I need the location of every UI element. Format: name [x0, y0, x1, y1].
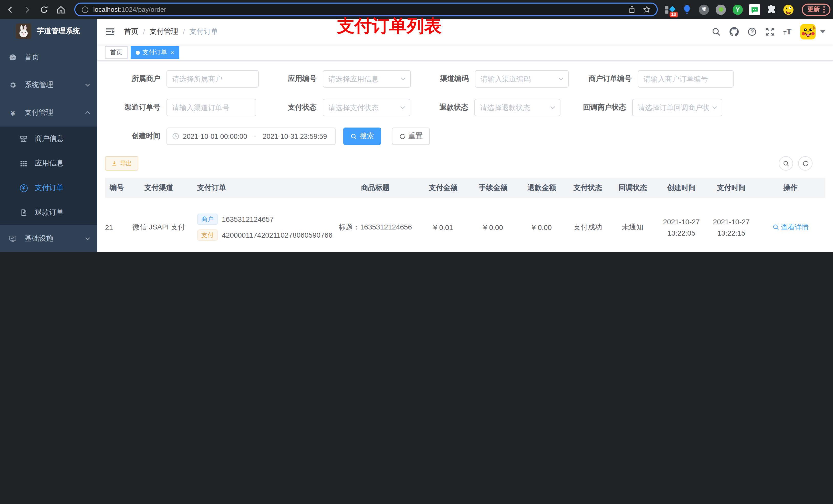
sidebar-item-home[interactable]: 首页: [0, 44, 97, 71]
refund-status-input[interactable]: [480, 103, 555, 112]
pay-status-input[interactable]: [328, 103, 405, 112]
avatar[interactable]: [800, 24, 815, 40]
gear-icon: [9, 81, 17, 89]
bookmark-star-icon[interactable]: [643, 6, 651, 13]
filter-label: 所属商户: [105, 74, 166, 83]
collapse-sidebar-icon[interactable]: [105, 27, 115, 37]
breadcrumb: 首页 / 支付管理 / 支付订单: [124, 27, 218, 37]
chevron-down-icon: [712, 104, 718, 111]
sidebar-item-pay-order[interactable]: ¥ 支付订单: [0, 176, 97, 200]
channel-code-input[interactable]: [480, 75, 563, 83]
reload-icon[interactable]: [40, 5, 49, 14]
merchant-tag: 商户: [197, 214, 218, 225]
content: 所属商户 应用编号 渠道编码 商户订单编号: [97, 61, 833, 252]
app-no-input[interactable]: [328, 75, 405, 83]
sidebar-item-merchant-info[interactable]: 商户信息: [0, 126, 97, 151]
refund-status-select[interactable]: [474, 99, 561, 116]
github-icon[interactable]: [730, 27, 739, 37]
extension-y-icon[interactable]: Y: [732, 4, 743, 15]
export-button[interactable]: 导出: [105, 156, 138, 171]
pay-tag: 支付: [197, 230, 218, 241]
magnifier-icon: [772, 224, 779, 231]
extension-balloon-icon[interactable]: [681, 4, 693, 15]
extension-devtools-icon[interactable]: 10: [664, 4, 676, 15]
merchant-select[interactable]: [166, 70, 259, 88]
extension-badge: 10: [670, 11, 678, 17]
date-separator: -: [254, 133, 256, 140]
sidebar-item-pay[interactable]: ¥ 支付管理: [0, 99, 97, 126]
channel-order-no-field[interactable]: [166, 99, 256, 116]
tags-view-bar: 首页 支付订单 ×: [97, 45, 833, 61]
browser-update-button[interactable]: 更新: [802, 3, 830, 16]
browser-menu-icon[interactable]: [823, 6, 825, 13]
chevron-down-icon: [550, 104, 556, 111]
pay-status: 支付成功: [566, 222, 610, 232]
date-start: 2021-10-01 00:00:00: [183, 133, 247, 140]
app-logo: [16, 24, 31, 39]
filter-label: 渠道编码: [411, 74, 475, 83]
filter-row-1: 所属商户 应用编号 渠道编码 商户订单编号: [105, 70, 825, 88]
refresh-table-button[interactable]: [798, 156, 812, 171]
merchant-order-no-field[interactable]: [638, 70, 734, 88]
sidebar-item-system[interactable]: 系统管理: [0, 71, 97, 99]
share-icon[interactable]: [628, 6, 636, 13]
channel-code-select[interactable]: [475, 70, 569, 88]
callback-status-select[interactable]: [632, 99, 722, 116]
close-tag-icon[interactable]: ×: [171, 49, 174, 56]
filter-row-2: 渠道订单号 支付状态 退款状态 回调商户状态: [105, 99, 825, 116]
search-button[interactable]: 搜索: [343, 127, 381, 145]
help-icon[interactable]: [747, 27, 757, 37]
forward-icon[interactable]: [23, 5, 32, 14]
pay-status-select[interactable]: [323, 99, 410, 116]
sidebar-item-infra[interactable]: 基础设施: [0, 225, 97, 252]
font-size-icon[interactable]: TT: [783, 28, 791, 36]
refresh-icon: [399, 133, 406, 140]
filter-label: 商户订单编号: [569, 74, 638, 83]
sidebar: 芋道管理系统 首页 系统管理 ¥ 支付管理: [0, 19, 97, 252]
chevron-down-icon: [400, 76, 406, 82]
create-time-range-picker[interactable]: 2021-10-01 00:00:00 - 2021-10-31 23:59:5…: [166, 127, 336, 145]
merchant-order-no-input[interactable]: [643, 75, 728, 83]
merchant-input[interactable]: [172, 75, 253, 83]
sidebar-item-refund-order[interactable]: 退款订单: [0, 200, 97, 225]
url-text: localhost:1024/pay/order: [93, 6, 166, 13]
chevron-down-icon: [400, 104, 406, 111]
filter-label: 渠道订单号: [105, 103, 166, 112]
tag-pay-order[interactable]: 支付订单 ×: [130, 46, 179, 59]
screen: 支付订单列表 localhost:1024/pay/order 10 ⌘ Y 更…: [0, 0, 833, 252]
avatar-caret-icon[interactable]: [820, 30, 825, 33]
extension-dot-icon[interactable]: [715, 4, 727, 15]
grid-icon: [20, 159, 28, 167]
filter-row-3: 创建时间 2021-10-01 00:00:00 - 2021-10-31 23…: [105, 127, 825, 145]
yen-circle-icon: ¥: [20, 184, 28, 192]
callback-status-input[interactable]: [638, 103, 717, 112]
fullscreen-icon[interactable]: [765, 27, 775, 37]
filter-label: 创建时间: [105, 131, 166, 141]
breadcrumb-section[interactable]: 支付管理: [149, 27, 178, 37]
app-no-select[interactable]: [323, 70, 411, 88]
download-icon: [111, 160, 117, 166]
date-end: 2021-10-31 23:59:59: [263, 133, 327, 140]
reset-button[interactable]: 重置: [392, 127, 430, 145]
search-icon: [351, 133, 357, 140]
breadcrumb-home[interactable]: 首页: [124, 27, 138, 37]
shop-icon: [20, 135, 28, 143]
channel-order-no-input[interactable]: [172, 103, 251, 112]
extension-emoji-icon[interactable]: [783, 4, 794, 15]
extension-command-icon[interactable]: ⌘: [698, 4, 710, 15]
view-detail-link[interactable]: 查看详情: [772, 222, 809, 232]
back-icon[interactable]: [6, 5, 15, 14]
home-icon[interactable]: [56, 5, 66, 14]
sidebar-item-app-info[interactable]: 应用信息: [0, 151, 97, 176]
notify-status: 未通知: [610, 222, 656, 232]
tag-home[interactable]: 首页: [105, 46, 127, 59]
site-info-icon[interactable]: [81, 6, 89, 13]
header-search-icon[interactable]: [712, 27, 721, 37]
table-header: 编号 支付渠道 支付订单 商品标题 支付金额 手续金额 退款金额 支付状态 回调…: [105, 178, 825, 198]
app-logo-row[interactable]: 芋道管理系统: [0, 19, 97, 44]
extensions-puzzle-icon[interactable]: [766, 4, 777, 15]
hide-search-button[interactable]: [779, 156, 793, 171]
monitor-chart-icon: [9, 235, 17, 243]
yen-icon: ¥: [9, 109, 17, 117]
extension-chat-icon[interactable]: [749, 4, 760, 15]
